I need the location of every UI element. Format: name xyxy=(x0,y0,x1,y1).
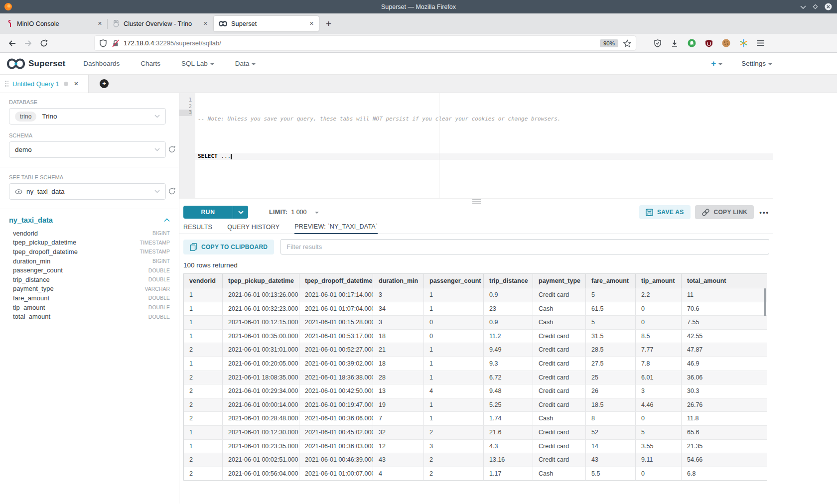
table-cell: 23 xyxy=(484,302,533,316)
copy-link-button[interactable]: COPY LINK xyxy=(695,205,754,219)
ghostery-extension-icon[interactable] xyxy=(688,39,696,47)
table-row: 22021-06-01 00:02:51.0002021-06-01 00:46… xyxy=(184,453,767,467)
editor-code-area[interactable]: -- Note: Unless you save your query, the… xyxy=(195,93,773,198)
filter-results-input[interactable] xyxy=(280,239,769,254)
sql-editor[interactable]: 1 2 3 -- Note: Unless you save your quer… xyxy=(179,93,773,199)
column-header[interactable]: vendorid xyxy=(184,274,223,288)
column-name: tip_amount xyxy=(13,304,45,311)
window-close-icon[interactable] xyxy=(825,3,832,10)
back-button[interactable] xyxy=(4,39,20,47)
table-cell: 1 xyxy=(184,330,223,343)
database-engine-badge: trino xyxy=(15,112,36,122)
zoom-level-badge[interactable]: 90% xyxy=(600,39,618,47)
refresh-schemas-icon[interactable] xyxy=(168,145,176,153)
insecure-lock-icon[interactable] xyxy=(112,39,120,47)
limit-dropdown[interactable]: LIMIT: 1 000 xyxy=(269,209,319,216)
collapse-chevron-icon[interactable] xyxy=(164,218,170,222)
column-header[interactable]: passenger_count xyxy=(424,274,484,288)
run-options-chevron-icon[interactable] xyxy=(233,206,248,219)
table-cell: 1 xyxy=(184,288,223,302)
column-header[interactable]: tpep_pickup_datetime xyxy=(223,274,299,288)
query-tab-active[interactable]: Untitled Query 1 ✕ xyxy=(0,75,89,93)
table-column-row[interactable]: trip_distanceDOUBLE xyxy=(13,275,170,284)
tab-preview[interactable]: PREVIEW: `NY_TAXI_DATA` xyxy=(294,220,378,234)
table-cell: 2021-06-01 00:42:50.000 xyxy=(299,384,373,398)
save-as-button[interactable]: SAVE AS xyxy=(639,205,690,219)
bookmark-star-icon[interactable] xyxy=(623,39,631,47)
table-select[interactable]: ny_taxi_data xyxy=(9,183,166,200)
nav-charts[interactable]: Charts xyxy=(140,60,160,67)
table-cell: 1.74 xyxy=(484,412,533,425)
column-header[interactable]: tip_amount xyxy=(636,274,682,288)
sidebar-divider xyxy=(0,167,179,167)
table-cell: 9.49 xyxy=(484,343,533,357)
table-cell: 8 xyxy=(586,412,636,425)
more-actions-button[interactable]: ••• xyxy=(759,209,769,216)
new-browser-tab-button[interactable]: + xyxy=(326,18,331,29)
schema-select[interactable]: demo xyxy=(9,141,166,158)
table-column-row[interactable]: tpep_dropoff_datetimeTIMESTAMP xyxy=(13,247,170,256)
table-column-row[interactable]: tip_amountDOUBLE xyxy=(13,303,170,312)
column-header[interactable]: tpep_dropoff_datetime xyxy=(299,274,373,288)
tab-title: MinIO Console xyxy=(17,20,94,27)
run-button[interactable]: RUN xyxy=(183,206,248,219)
new-item-button[interactable]: + xyxy=(711,59,722,69)
table-scrollbar-thumb[interactable] xyxy=(764,288,766,316)
table-column-row[interactable]: fare_amountDOUBLE xyxy=(13,293,170,303)
table-column-row[interactable]: total_amountDOUBLE xyxy=(13,312,170,321)
browser-tab-minio[interactable]: MinIO Console ✕ xyxy=(2,13,107,34)
hamburger-menu-icon[interactable] xyxy=(757,40,764,46)
table-schema-title[interactable]: ny_taxi_data xyxy=(9,216,53,224)
refresh-tables-icon[interactable] xyxy=(168,187,176,195)
copy-to-clipboard-button[interactable]: COPY TO CLIPBOARD xyxy=(183,240,274,254)
table-column-row[interactable]: tpep_pickup_datetimeTIMESTAMP xyxy=(13,238,170,248)
tab-close-icon[interactable]: ✕ xyxy=(309,20,314,27)
table-column-row[interactable]: duration_minBIGINT xyxy=(13,256,170,266)
table-cell: 5.25 xyxy=(484,398,533,412)
table-column-row[interactable]: vendoridBIGINT xyxy=(13,229,170,238)
tab-close-icon[interactable]: ✕ xyxy=(203,20,208,27)
table-cell: 3.55 xyxy=(636,440,682,453)
window-minimize-icon[interactable] xyxy=(800,5,806,9)
column-header[interactable]: total_amount xyxy=(682,274,767,288)
adguard-extension-icon[interactable] xyxy=(739,39,748,47)
cookie-extension-icon[interactable] xyxy=(722,39,730,47)
password-shield-icon[interactable] xyxy=(654,39,662,47)
browser-tab-trino[interactable]: Cluster Overview - Trino ✕ xyxy=(108,13,213,34)
database-select[interactable]: trino Trino xyxy=(9,108,166,125)
browser-tab-superset[interactable]: Superset ✕ xyxy=(214,16,319,31)
table-cell: 2021-06-01 00:52:27.000 xyxy=(299,343,373,357)
drag-handle-icon[interactable] xyxy=(5,81,8,87)
pane-resize-handle[interactable] xyxy=(179,199,773,204)
table-cell: 0 xyxy=(636,302,682,316)
url-bar[interactable]: 172.18.0.4:32295/superset/sqllab/ 90% xyxy=(95,36,636,50)
add-query-tab-button[interactable]: + xyxy=(100,79,109,88)
reload-button[interactable] xyxy=(36,39,52,47)
column-header[interactable]: payment_type xyxy=(533,274,586,288)
table-cell: 7.77 xyxy=(636,343,682,357)
nav-sql-lab[interactable]: SQL Lab xyxy=(181,60,214,67)
tab-close-icon[interactable]: ✕ xyxy=(98,20,102,27)
table-cell: 0.9 xyxy=(484,316,533,329)
tab-results[interactable]: RESULTS xyxy=(183,220,212,234)
column-name: tpep_pickup_datetime xyxy=(13,239,76,246)
column-header[interactable]: fare_amount xyxy=(586,274,636,288)
query-tab-close-icon[interactable]: ✕ xyxy=(74,80,79,87)
window-maximize-icon[interactable] xyxy=(813,4,818,9)
nav-dashboards[interactable]: Dashboards xyxy=(83,60,120,67)
tracking-shield-icon[interactable] xyxy=(99,39,107,47)
download-icon[interactable] xyxy=(671,39,679,47)
forward-button[interactable] xyxy=(20,39,36,47)
window-title: Superset — Mozilla Firefox xyxy=(0,3,837,10)
table-cell: 2021-06-01 00:31:01.000 xyxy=(223,343,299,357)
table-column-row[interactable]: payment_typeVARCHAR xyxy=(13,284,170,294)
extension-toolbar xyxy=(654,39,764,47)
column-header[interactable]: trip_distance xyxy=(484,274,533,288)
settings-menu[interactable]: Settings xyxy=(741,60,772,67)
tab-query-history[interactable]: QUERY HISTORY xyxy=(227,220,279,234)
ublock-extension-icon[interactable] xyxy=(705,39,713,47)
table-column-row[interactable]: passenger_countDOUBLE xyxy=(13,265,170,275)
column-header[interactable]: duration_min xyxy=(373,274,424,288)
nav-data[interactable]: Data xyxy=(235,60,256,67)
column-type: DOUBLE xyxy=(148,276,170,282)
